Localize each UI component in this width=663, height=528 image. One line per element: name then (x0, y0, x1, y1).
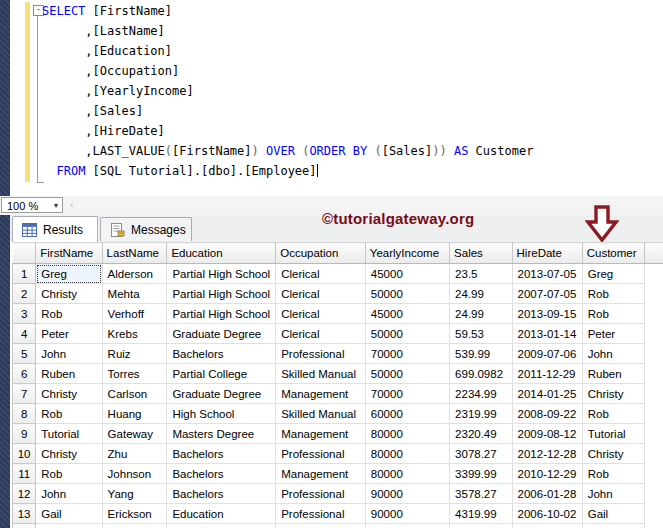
cell-sales[interactable]: 2320.49 (450, 424, 512, 444)
cell-education[interactable]: Bachelors (167, 464, 276, 484)
cell-sales[interactable]: 539.99 (450, 344, 512, 364)
cell-firstname[interactable]: Rob (36, 464, 102, 484)
cell-firstname[interactable]: Tutorial (36, 424, 102, 444)
cell-lastname[interactable]: Gateway (102, 424, 167, 444)
row-number[interactable]: 10 (13, 444, 36, 464)
cell-customer[interactable]: Peter (582, 324, 644, 344)
cell-customer[interactable]: Barry (582, 524, 644, 528)
cell-customer[interactable]: Rob (582, 404, 644, 424)
cell-occupation[interactable]: Management (276, 524, 366, 528)
cell-hiredate[interactable]: 2014-01-25 (512, 384, 582, 404)
cell-yearlyincome[interactable]: 70000 (365, 344, 449, 364)
cell-hiredate[interactable]: 2006-10-02 (512, 504, 582, 524)
cell-occupation[interactable]: Management (276, 464, 366, 484)
cell-hiredate[interactable]: 2013-09-15 (512, 304, 582, 324)
row-number[interactable]: 4 (13, 324, 36, 344)
cell-yearlyincome[interactable]: 50000 (365, 364, 449, 384)
cell-yearlyincome[interactable]: 90000 (365, 484, 449, 504)
cell-sales[interactable]: 24.99 (450, 284, 512, 304)
cell-firstname[interactable]: John (36, 484, 102, 504)
row-number[interactable]: 1 (13, 264, 36, 284)
cell-customer[interactable]: Christy (582, 384, 644, 404)
cell-firstname[interactable]: John (36, 344, 102, 364)
cell-firstname[interactable]: Rob (36, 304, 102, 324)
cell-yearlyincome[interactable]: 50000 (365, 284, 449, 304)
cell-lastname[interactable]: Carlson (102, 384, 167, 404)
cell-hiredate[interactable]: 2011-12-29 (512, 364, 582, 384)
select-all-corner[interactable] (13, 243, 36, 264)
cell-education[interactable]: Partial College (167, 364, 276, 384)
sql-query-text[interactable]: SELECT [FirstName] ,[LastName] ,[Educati… (42, 1, 533, 181)
cell-firstname[interactable]: Peter (36, 324, 102, 344)
cell-lastname[interactable]: Johnson (102, 524, 167, 528)
cell-hiredate[interactable]: 2008-09-22 (512, 404, 582, 424)
cell-education[interactable]: Graduate Degree (167, 384, 276, 404)
cell-sales[interactable]: 699.0982 (450, 364, 512, 384)
cell-lastname[interactable]: Alderson (102, 264, 167, 284)
cell-hiredate[interactable]: 2013-01-14 (512, 324, 582, 344)
cell-education[interactable]: Partial High School (167, 284, 276, 304)
cell-yearlyincome[interactable]: 45000 (365, 304, 449, 324)
query-editor[interactable]: - SELECT [FirstName] ,[LastName] ,[Educa… (10, 0, 663, 196)
cell-education[interactable]: Bachelors (167, 484, 276, 504)
cell-occupation[interactable]: Clerical (276, 284, 366, 304)
cell-occupation[interactable]: Management (276, 424, 366, 444)
cell-yearlyincome[interactable]: 60000 (365, 404, 449, 424)
cell-education[interactable]: Partial High School (167, 264, 276, 284)
cell-customer[interactable]: Ruben (582, 364, 644, 384)
scroll-left-arrow-icon[interactable]: ‹ (70, 198, 74, 210)
cell-occupation[interactable]: Professional (276, 504, 366, 524)
cell-lastname[interactable]: Zhu (102, 444, 167, 464)
cell-occupation[interactable]: Clerical (276, 324, 366, 344)
cell-education[interactable]: Bachelors (167, 444, 276, 464)
column-header-sales[interactable]: Sales (450, 243, 512, 264)
cell-education[interactable]: Graduate Degree (167, 324, 276, 344)
cell-lastname[interactable]: Mehta (102, 284, 167, 304)
row-number[interactable]: 12 (13, 484, 36, 504)
cell-customer[interactable]: Rob (582, 464, 644, 484)
cell-yearlyincome[interactable]: 50000 (365, 324, 449, 344)
cell-occupation[interactable]: Clerical (276, 264, 366, 284)
row-number[interactable]: 14 (13, 524, 36, 528)
column-header-firstname[interactable]: FirstName (36, 243, 102, 264)
cell-customer[interactable]: Christy (582, 444, 644, 464)
cell-customer[interactable]: Rob (582, 284, 644, 304)
cell-lastname[interactable]: Torres (102, 364, 167, 384)
cell-sales[interactable]: 3399.99 (450, 464, 512, 484)
row-number[interactable]: 8 (13, 404, 36, 424)
cell-firstname[interactable]: Gail (36, 504, 102, 524)
cell-customer[interactable]: Rob (582, 304, 644, 324)
cell-education[interactable]: Partial High School (167, 304, 276, 324)
cell-customer[interactable]: John (582, 344, 644, 364)
column-header-yearlyincome[interactable]: YearlyIncome (365, 243, 449, 264)
cell-lastname[interactable]: Yang (102, 484, 167, 504)
cell-customer[interactable]: Tutorial (582, 424, 644, 444)
cell-lastname[interactable]: Huang (102, 404, 167, 424)
column-header-lastname[interactable]: LastName (102, 243, 167, 264)
cell-sales[interactable]: 4319.99 (450, 504, 512, 524)
cell-yearlyincome[interactable]: 80000 (365, 424, 449, 444)
cell-occupation[interactable]: Management (276, 384, 366, 404)
cell-lastname[interactable]: Krebs (102, 324, 167, 344)
cell-occupation[interactable]: Professional (276, 484, 366, 504)
cell-yearlyincome[interactable]: 90000 (365, 504, 449, 524)
cell-firstname[interactable]: Barry (36, 524, 102, 528)
cell-education[interactable]: Education (167, 524, 276, 528)
cell-sales[interactable]: 24.99 (450, 304, 512, 324)
cell-sales[interactable]: 23.5 (450, 264, 512, 284)
cell-lastname[interactable]: Erickson (102, 504, 167, 524)
cell-sales[interactable]: 2319.99 (450, 404, 512, 424)
cell-firstname[interactable]: Ruben (36, 364, 102, 384)
tab-messages[interactable]: Messages (100, 217, 192, 241)
cell-hiredate[interactable]: 2007-07-05 (512, 284, 582, 304)
cell-hiredate[interactable]: 2006-01-28 (512, 484, 582, 504)
cell-firstname[interactable]: Rob (36, 404, 102, 424)
cell-yearlyincome[interactable]: 80000 (365, 524, 449, 528)
row-number[interactable]: 3 (13, 304, 36, 324)
cell-hiredate[interactable]: 2009-08-12 (512, 424, 582, 444)
cell-hiredate[interactable]: 2012-12-28 (512, 444, 582, 464)
cell-lastname[interactable]: Ruiz (102, 344, 167, 364)
cell-firstname[interactable]: Greg (36, 264, 102, 284)
row-number[interactable]: 2 (13, 284, 36, 304)
cell-yearlyincome[interactable]: 80000 (365, 464, 449, 484)
